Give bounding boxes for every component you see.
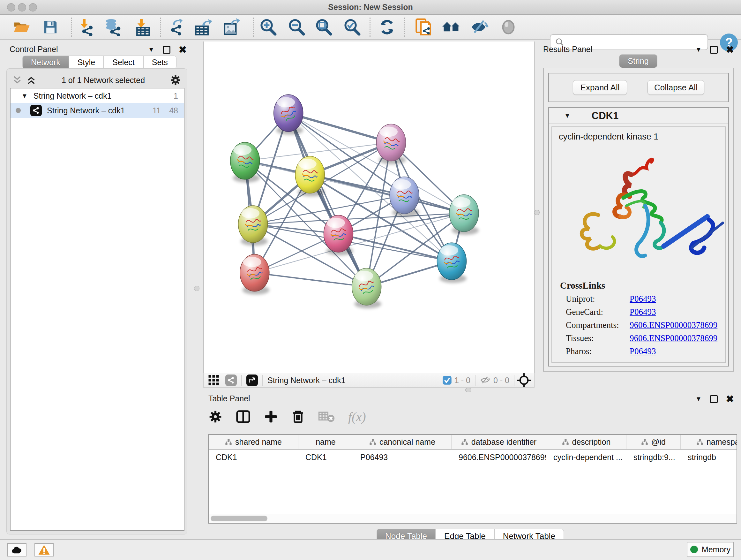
network-node-CCNA1[interactable] [377,124,406,165]
zoom-out-icon[interactable] [286,17,307,37]
tab-style[interactable]: Style [69,56,104,69]
network-node-CDC6[interactable] [390,177,419,217]
results-panel-close-icon[interactable]: ✖ [726,44,734,55]
results-panel-float-icon[interactable] [710,46,718,54]
import-database-icon[interactable] [103,17,124,37]
network-node-CCNA2[interactable] [324,215,353,255]
table-cell[interactable]: 9606.ENSP00000378699 [452,449,546,465]
network-edge-count: 48 [169,106,178,115]
show-hide-graphics-icon[interactable] [469,17,490,37]
eye-disabled-icon[interactable] [498,17,519,37]
table-cell[interactable]: CDK1 [298,449,353,465]
table-hscrollbar[interactable] [208,514,737,523]
network-node-CCNE1[interactable] [352,268,381,308]
selected-checkbox-icon[interactable] [442,375,452,385]
zoom-in-icon[interactable] [258,17,279,37]
export-image-icon[interactable] [221,17,242,37]
results-panel-collapse-icon[interactable]: ▼ [695,46,702,53]
gene-section-header[interactable]: ▼ CDK1 [549,108,728,124]
tab-select[interactable]: Select [104,56,143,69]
column-header-database-identifier[interactable]: database identifier [452,435,546,449]
table-panel-close-icon[interactable]: ✖ [726,393,734,405]
network-node-CCNB2[interactable] [274,95,303,135]
network-options-gear-icon[interactable] [170,74,181,86]
network-canvas[interactable]: CCNB2CCNA1CDC25BCDK1CDC6RB1CCNB1CCNA2CDK… [203,42,535,373]
collection-expand-icon[interactable]: ▼ [21,92,28,100]
string-results-actions: Expand All Collapse All [548,73,729,102]
right-splitter-handle[interactable] [534,210,540,215]
memory-button[interactable]: Memory [687,542,734,557]
control-panel-collapse-icon[interactable]: ▼ [148,46,154,53]
network-node-CDK1[interactable] [295,156,325,196]
network-node-RB1[interactable] [449,195,479,235]
warning-button[interactable] [35,543,54,557]
table-cell[interactable]: stringdb [681,449,737,465]
detach-view-icon[interactable] [246,374,258,386]
edge-CCNB2-CCNE1[interactable] [288,113,367,287]
create-column-icon[interactable] [264,410,278,424]
network-node-CDC25B[interactable] [230,142,260,183]
crosslink-link[interactable]: 9606.ENSP00000378699 [630,333,718,343]
import-network-icon[interactable] [76,17,97,37]
home-icon[interactable] [441,17,462,37]
table-hscrollbar-thumb[interactable] [211,516,267,521]
show-columns-icon[interactable] [236,409,251,424]
tab-sets[interactable]: Sets [143,56,177,69]
crosslink-link[interactable]: P06493 [630,294,656,304]
network-node-CDKN1A[interactable] [437,243,466,283]
edge-CCNB2-CCNA1[interactable] [288,113,391,142]
edge-CDK1-RB1[interactable] [310,175,464,213]
network-row[interactable]: String Network – cdk1 11 48 [10,103,184,118]
column-header-namespace[interactable]: namespace [681,435,737,449]
open-session-icon[interactable] [11,17,32,37]
bottom-splitter-handle[interactable] [465,388,471,392]
zoom-fit-icon[interactable] [313,17,334,37]
crosslink-link[interactable]: 9606.ENSP00000378699 [630,320,718,330]
gene-section: ▼ CDK1 cyclin-dependent kinase 1 [548,107,729,367]
table-cell[interactable]: CDK1 [209,449,298,465]
refresh-icon[interactable] [377,17,398,37]
tab-network[interactable]: Network [22,56,69,69]
crosslink-link[interactable]: P06493 [630,347,656,356]
import-table-icon[interactable] [132,17,153,37]
table-panel-float-icon[interactable] [710,395,718,403]
control-panel-float-icon[interactable] [163,46,171,54]
table-cell[interactable]: P06493 [353,449,452,465]
grid-view-icon[interactable] [208,374,219,386]
network-node-HIST1H1A[interactable] [240,254,269,295]
save-session-icon[interactable] [40,17,61,37]
table-cell[interactable]: stringdb:9... [626,449,681,465]
crosslink-row: Tissues:9606.ENSP00000378699 [566,333,725,343]
table-cell[interactable]: cyclin-dependent ... [546,449,626,465]
hidden-eye-icon[interactable] [480,375,491,385]
column-header-shared-name[interactable]: shared name [209,435,298,449]
crosslink-link[interactable]: P06493 [630,307,656,317]
delete-column-icon[interactable] [291,409,305,424]
column-header-canonical-name[interactable]: canonical name [353,435,452,449]
expand-all-button[interactable]: Expand All [573,80,627,95]
cloud-button[interactable] [7,543,26,557]
gene-collapse-icon[interactable]: ▼ [564,112,570,119]
network-node-CCNB1[interactable] [239,206,268,246]
zoom-selected-icon[interactable] [341,17,362,37]
control-panel-close-icon[interactable]: ✖ [179,44,187,55]
tab-string[interactable]: String [619,54,657,68]
copy-share-icon[interactable] [413,17,434,37]
table-options-gear-icon[interactable] [208,410,222,424]
column-header-name[interactable]: name [298,435,353,449]
column-header--id[interactable]: @id [626,435,681,449]
left-splitter-handle[interactable] [194,286,199,291]
expand-all-icon[interactable] [26,75,37,85]
export-network-icon[interactable] [165,17,187,37]
collapse-all-button[interactable]: Collapse All [648,80,704,95]
function-builder-icon[interactable]: f(x) [348,409,366,424]
collapse-all-icon[interactable] [12,75,23,85]
birds-eye-view-icon[interactable] [517,373,531,387]
export-table-icon[interactable] [193,17,214,37]
column-header-description[interactable]: description [546,435,626,449]
edge-CCNE1-HIST1H1A[interactable] [255,273,367,287]
network-badge-icon[interactable] [225,374,237,386]
delete-table-icon[interactable] [318,410,335,423]
table-panel-collapse-icon[interactable]: ▼ [695,395,702,402]
network-collection-row[interactable]: ▼ String Network – cdk1 1 [10,88,184,103]
